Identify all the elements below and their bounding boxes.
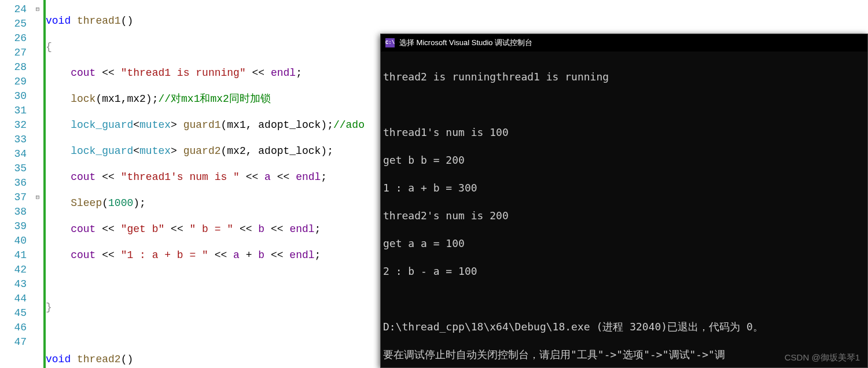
line-number: 33 <box>0 133 32 147</box>
fold-icon[interactable]: ⊟ <box>32 190 43 205</box>
line-number: 32 <box>0 118 32 133</box>
line-number: 31 <box>0 104 32 118</box>
output-line: thread2's num is 200 <box>383 209 865 223</box>
console-title: 选择 Microsoft Visual Studio 调试控制台 <box>399 38 532 48</box>
output-line: get a a = 100 <box>383 237 865 251</box>
console-icon: C:\ <box>385 38 395 47</box>
line-number: 39 <box>0 219 32 234</box>
watermark: CSDN @御坂美琴1 <box>785 352 860 363</box>
output-line: D:\thread_cpp\18\x64\Debug\18.exe (进程 32… <box>383 320 865 334</box>
output-line: thread2 is runningthread1 is running <box>383 70 865 84</box>
line-number: 38 <box>0 205 32 219</box>
line-number: 25 <box>0 17 32 31</box>
line-number: 44 <box>0 292 32 306</box>
debug-console-window[interactable]: C:\ 选择 Microsoft Visual Studio 调试控制台 thr… <box>380 34 868 368</box>
line-number: 26 <box>0 31 32 46</box>
line-number: 35 <box>0 161 32 176</box>
line-number: 42 <box>0 263 32 277</box>
line-number: 27 <box>0 46 32 60</box>
line-number: 29 <box>0 75 32 89</box>
line-number: 40 <box>0 234 32 248</box>
line-number: 34 <box>0 147 32 161</box>
code-area[interactable]: void thread1() { cout << "thread1 is run… <box>46 0 382 368</box>
line-number: 28 <box>0 60 32 75</box>
line-number: 36 <box>0 176 32 190</box>
console-output[interactable]: thread2 is runningthread1 is running thr… <box>381 51 867 368</box>
line-number: 46 <box>0 321 32 335</box>
line-number: 43 <box>0 277 32 292</box>
line-number: 37 <box>0 190 32 205</box>
line-number: 45 <box>0 306 32 321</box>
output-line: 1 : a + b = 300 <box>383 181 865 195</box>
output-line: get b b = 200 <box>383 153 865 167</box>
line-number: 30 <box>0 89 32 104</box>
output-line <box>383 98 865 112</box>
output-line <box>383 292 865 306</box>
code-editor[interactable]: 24 25 26 27 28 29 30 31 32 33 34 35 36 3… <box>0 0 382 368</box>
output-line: 2 : b - a = 100 <box>383 264 865 278</box>
fold-icon[interactable]: ⊟ <box>32 2 43 17</box>
line-number: 24 <box>0 2 32 17</box>
line-number-gutter: 24 25 26 27 28 29 30 31 32 33 34 35 36 3… <box>0 0 32 368</box>
output-line: thread1's num is 100 <box>383 126 865 139</box>
line-number: 47 <box>0 335 32 349</box>
line-number: 41 <box>0 248 32 263</box>
fold-markers: ⊟ ⊟ <box>32 0 43 368</box>
console-titlebar[interactable]: C:\ 选择 Microsoft Visual Studio 调试控制台 <box>381 34 867 51</box>
